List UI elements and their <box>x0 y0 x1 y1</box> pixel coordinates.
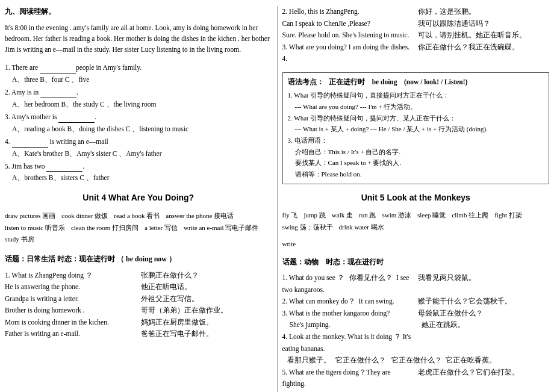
question-1: 1. There are people in Amy's family. <box>5 61 272 73</box>
unit5-topic-label: 话题：动物 时态：现在进行时 <box>282 257 384 268</box>
vocab-study: study 书房 <box>5 234 34 245</box>
question-5: 5. Jim has two . <box>5 160 272 172</box>
grammar-line-1: 1. What 引导的特殊疑问句，直接提问对方正在干什么： <box>288 90 544 101</box>
dialog-en-2: He is answering the phone. <box>5 281 136 293</box>
grammar-line-5: 3. 电话用语： <box>288 135 544 146</box>
u5-dialog-row-4b: 看那只猴子。 它正在做什么？ 它正在做什么？ 它正在吃香蕉。 <box>282 355 550 367</box>
dialog-en-6: Father is writing an e-mail. <box>5 328 136 340</box>
u5-zh-5: 老虎正在做什么？它们在打架。 <box>418 367 549 379</box>
vocab-jump: jump 跳 <box>303 210 325 221</box>
u5-dialog-row-4: 4. Look at the monkey. What is it doing … <box>282 331 550 355</box>
right-dialog-row-2c: Sure. Please hold on. She's listening to… <box>282 30 550 42</box>
question-block: 1. There are people in Amy's family. A、t… <box>5 61 272 185</box>
u5-dialog-row-5: 5. What are the tigers doing？They are fi… <box>282 367 550 390</box>
grammar-title: 语法考点： 正在进行时 be doing (now / look! / List… <box>288 76 544 89</box>
vocab-music: listen to music 听音乐 <box>5 223 65 234</box>
dialog-row-1: 1. What is ZhangPeng doing ？ 张鹏正在做什么？ <box>5 270 272 282</box>
unit5-title: Unit 5 Look at the Monkeys <box>282 191 550 205</box>
question-4-options: A、Kate's brother B、Amy's sister C 、Amy's… <box>12 148 272 160</box>
u5-zh-1: 我看见两只袋鼠。 <box>418 272 549 284</box>
vocab-clean: clean the room 打扫房间 <box>71 223 138 234</box>
vocab-email: write an e-mail 写电子邮件 <box>184 223 258 234</box>
right-en-2c: Sure. Please hold on. She's listening to… <box>282 30 414 42</box>
dialog-zh-1: 张鹏正在做什么？ <box>141 270 272 282</box>
vocab-draw: draw pictures 画画 <box>5 211 55 222</box>
blank-2 <box>40 86 76 98</box>
u5-en-3: 3. What is the mother kangaroo doing? <box>282 308 414 320</box>
unit4-topic: 话题：日常生活 时态：现在进行时 （ be doing now ） <box>5 254 272 265</box>
left-column: 九、阅读理解。 It's 8:00 in the evening . amy's… <box>5 6 272 392</box>
grammar-line-3: 2. What 引导的特殊疑问句，提问对方、某人正在干什么： <box>288 113 544 124</box>
dialog-zh-5: 妈妈正在厨房里做饭。 <box>141 317 272 329</box>
question-4: 4. is writing an e—mail <box>5 135 272 148</box>
write-label: write <box>282 239 550 249</box>
vocab-phone: answer the phone 接电话 <box>166 211 234 222</box>
unit4-title: Unit 4 What Are You Doing? <box>5 191 272 205</box>
vocab-fight: fight 打架 <box>494 210 522 221</box>
grammar-line-8: 请稍等：Please hold on. <box>295 169 544 180</box>
blank-1 <box>40 61 76 73</box>
u5-en-1: 1. What do you see ？ 你看见什么？ I see two ka… <box>282 272 414 296</box>
vocab-swim: swim 游泳 <box>382 210 411 221</box>
column-divider <box>277 6 278 392</box>
dialog-zh-3: 外祖父正在写信。 <box>141 293 272 305</box>
u5-dialog-row-1: 1. What do you see ？ 你看见什么？ I see two ka… <box>282 272 550 296</box>
blank-5 <box>46 160 82 172</box>
question-5-options: A、brothers B、sisters C 、father <box>12 172 272 184</box>
vocab-run: run 跑 <box>359 210 376 221</box>
grammar-line-2: --- What are you doing? --- I'm + 行为活动。 <box>295 101 544 113</box>
u5-dialog-row-2: 2. What can monkey do？ It can swing. 猴子能… <box>282 296 550 308</box>
right-en-2a: 2. Hello, this is ZhangPeng. <box>282 6 414 18</box>
dialog-row-5: Mom is cooking dinner in the kichen. 妈妈正… <box>5 317 272 329</box>
vocab-swing: swing 荡；荡秋千 <box>282 222 333 233</box>
dialog-zh-4: 哥哥（弟弟）正在做作业。 <box>141 305 272 317</box>
right-column: 2. Hello, this is ZhangPeng. 你好，这是张鹏。 Ca… <box>282 6 550 392</box>
vocab-cook: cook dinner 做饭 <box>61 211 108 222</box>
right-zh-2c: 可以，请别挂机。她正在听音乐。 <box>418 30 549 42</box>
vocab-drink: drink water 喝水 <box>339 222 384 233</box>
u5-en-2: 2. What can monkey do？ It can swing. <box>282 296 414 308</box>
unit4-vocab: draw pictures 画画 cook dinner 做饭 read a b… <box>5 211 272 245</box>
u5-en-4: 4. Look at the monkey. What is it doing … <box>282 331 414 355</box>
page: 九、阅读理解。 It's 8:00 in the evening . amy's… <box>0 0 554 392</box>
unit5-vocab: fly 飞 jump 跳 walk 走 run 跑 swim 游泳 sleep … <box>282 210 550 232</box>
dialog-en-5: Mom is cooking dinner in the kichen. <box>5 317 136 329</box>
u5-en-3b: She's jumping. <box>282 319 417 331</box>
reading-passage: It's 8:00 in the evening . amy's family … <box>5 22 272 55</box>
vocab-fly: fly 飞 <box>282 210 298 221</box>
grammar-line-6: 介绍自己：This is / It's + 自己的名字. <box>295 146 544 158</box>
u5-dialog-row-3b: She's jumping. 她正在跳跃。 <box>282 319 550 331</box>
u5-en-4b: 看那只猴子。 它正在做什么？ 它正在做什么？ 它正在吃香蕉。 <box>282 355 550 367</box>
right-dialog-row-2a: 2. Hello, this is ZhangPeng. 你好，这是张鹏。 <box>282 6 550 18</box>
grammar-line-7: 要找某人：Can I speak to + 要找的人. <box>295 157 544 169</box>
question-2: 2. Amy is in . <box>5 86 272 98</box>
question-3: 3. Amy's mother is . <box>5 111 272 123</box>
right-zh-3: 你正在做什么？我正在洗碗碟。 <box>418 42 549 54</box>
dialog-row-3: Grandpa is writing a letter. 外祖父正在写信。 <box>5 293 272 305</box>
grammar-box: 语法考点： 正在进行时 be doing (now / look! / List… <box>282 72 550 184</box>
right-dialog-block: 2. Hello, this is ZhangPeng. 你好，这是张鹏。 Ca… <box>282 6 550 65</box>
dialog-zh-2: 他正在听电话。 <box>141 281 272 293</box>
unit4-topic-label: 话题：日常生活 时态：现在进行时 （ be doing now ） <box>5 254 176 265</box>
u5-dialog-row-3: 3. What is the mother kangaroo doing? 母袋… <box>282 308 550 320</box>
unit5-dialog: 1. What do you see ？ 你看见什么？ I see two ka… <box>282 272 550 392</box>
dialog-en-1: 1. What is ZhangPeng doing ？ <box>5 270 136 282</box>
question-3-options: A、reading a book B、doing the dishes C 、l… <box>12 123 272 135</box>
section-9-title: 九、阅读理解。 <box>5 6 272 17</box>
vocab-read: read a book 看书 <box>114 211 160 222</box>
blank-4 <box>12 135 48 148</box>
blank-3 <box>58 111 95 123</box>
dialog-zh-6: 爸爸正在写电子邮件。 <box>141 328 272 340</box>
right-en-2b: Can I speak to ChenJie ,Please? <box>282 18 414 30</box>
vocab-letter: a letter 写信 <box>145 223 178 234</box>
grammar-line-4: --- What is + 某人 + doing? --- He / She /… <box>295 123 544 135</box>
right-dialog-row-3: 3. What are you doing? I am doing the di… <box>282 42 550 54</box>
dialog-en-4: Brother is doing homework . <box>5 305 136 317</box>
vocab-walk: walk 走 <box>332 210 353 221</box>
u5-zh-2: 猴子能干什么？它会荡秋千。 <box>418 296 549 308</box>
dialog-row-4: Brother is doing homework . 哥哥（弟弟）正在做作业。 <box>5 305 272 317</box>
right-zh-2a: 你好，这是张鹏。 <box>418 6 549 18</box>
vocab-sleep: sleep 睡觉 <box>417 210 446 221</box>
dialog-row-6: Father is writing an e-mail. 爸爸正在写电子邮件。 <box>5 328 272 340</box>
question-1-options: A、three B、four C 、five <box>12 74 272 86</box>
